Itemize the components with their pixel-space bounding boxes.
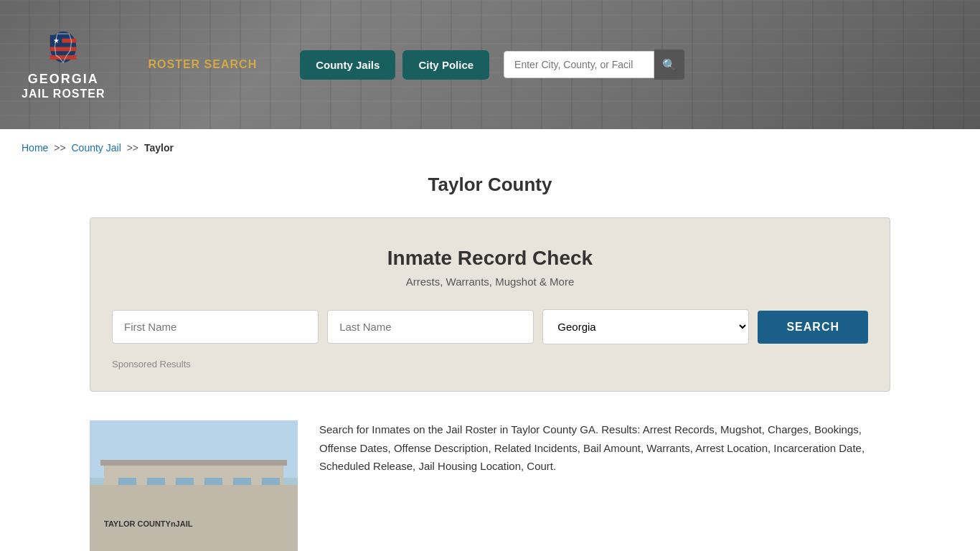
header-content: ★ GEORGIA JAIL ROSTER ROSTER SEARCH Coun… xyxy=(0,0,980,129)
logo-text-georgia: GEORGIA xyxy=(28,72,99,88)
svg-rect-12 xyxy=(147,478,165,491)
header-search-button[interactable]: 🔍 xyxy=(654,50,684,80)
svg-rect-13 xyxy=(176,478,194,491)
jail-description: Search for Inmates on the Jail Roster in… xyxy=(319,420,890,551)
breadcrumb-sep2: >> xyxy=(127,142,138,154)
nav-buttons: County Jails City Police xyxy=(300,50,489,80)
record-check-title: Inmate Record Check xyxy=(112,247,868,270)
svg-rect-24 xyxy=(219,524,222,535)
site-header: ★ GEORGIA JAIL ROSTER ROSTER SEARCH Coun… xyxy=(0,0,980,129)
svg-rect-14 xyxy=(204,478,222,491)
sponsored-label: Sponsored Results xyxy=(112,359,868,369)
record-check-box: Inmate Record Check Arrests, Warrants, M… xyxy=(90,217,890,392)
jail-building-image: TAYLOR COUNTY JAIL xyxy=(90,420,298,551)
svg-text:TAYLOR COUNTY: TAYLOR COUNTY xyxy=(158,503,200,508)
page-title: Taylor County xyxy=(0,174,980,196)
record-check-form: Georgia SEARCH xyxy=(112,309,868,344)
city-police-button[interactable]: City Police xyxy=(402,50,489,80)
svg-rect-20 xyxy=(182,514,206,535)
svg-rect-9 xyxy=(104,463,283,535)
county-jails-button[interactable]: County Jails xyxy=(300,50,395,80)
breadcrumb-home[interactable]: Home xyxy=(22,142,48,154)
breadcrumb-sep1: >> xyxy=(54,142,65,154)
svg-rect-16 xyxy=(262,478,280,491)
last-name-input[interactable] xyxy=(327,310,534,344)
svg-rect-2 xyxy=(50,47,77,52)
breadcrumb-current: Taylor xyxy=(144,142,174,154)
svg-rect-23 xyxy=(176,524,179,535)
record-search-button[interactable]: SEARCH xyxy=(758,311,868,344)
breadcrumb-county-jail[interactable]: County Jail xyxy=(72,142,121,154)
logo-area: ★ GEORGIA JAIL ROSTER xyxy=(22,29,105,100)
state-select[interactable]: Georgia xyxy=(542,309,749,344)
georgia-state-icon: ★ xyxy=(45,29,81,68)
roster-search-link[interactable]: ROSTER SEARCH xyxy=(149,58,258,71)
svg-rect-8 xyxy=(90,532,298,551)
svg-rect-26 xyxy=(295,524,298,535)
search-icon: 🔍 xyxy=(662,58,677,72)
svg-rect-21 xyxy=(90,524,93,535)
logo-text-jail: JAIL ROSTER xyxy=(22,88,105,100)
header-search-bar: 🔍 xyxy=(504,50,684,80)
record-check-subtitle: Arrests, Warrants, Mugshot & More xyxy=(112,276,868,288)
svg-rect-17 xyxy=(151,498,208,519)
header-search-input[interactable] xyxy=(504,51,654,78)
svg-rect-3 xyxy=(50,55,77,60)
bottom-section: TAYLOR COUNTY JAIL Search for Inmates on… xyxy=(0,413,980,551)
svg-rect-10 xyxy=(100,460,287,466)
breadcrumb: Home >> County Jail >> Taylor xyxy=(0,129,980,166)
nav-area: ROSTER SEARCH County Jails City Police 🔍 xyxy=(149,50,959,80)
svg-rect-22 xyxy=(133,524,136,535)
first-name-input[interactable] xyxy=(112,310,319,344)
svg-text:JAIL: JAIL xyxy=(174,510,185,515)
svg-rect-11 xyxy=(118,478,136,491)
jail-building-svg: TAYLOR COUNTY JAIL xyxy=(90,420,298,551)
svg-rect-15 xyxy=(233,478,251,491)
svg-rect-25 xyxy=(262,524,265,535)
